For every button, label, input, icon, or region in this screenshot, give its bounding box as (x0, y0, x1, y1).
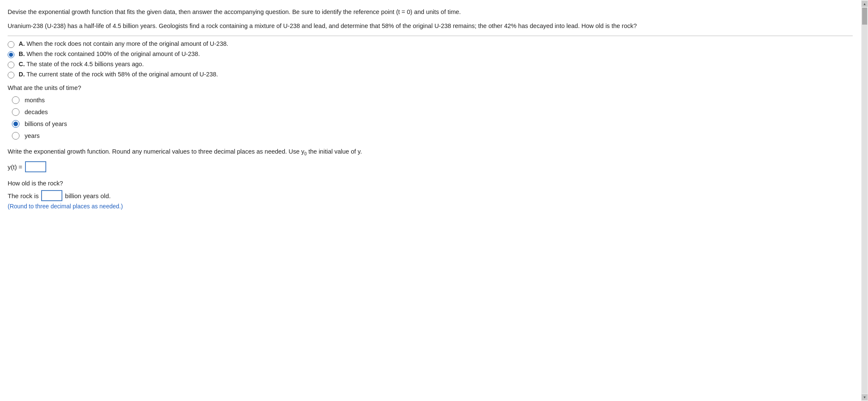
reference-question-section: A. When the rock does not contain any mo… (8, 40, 853, 79)
units-years-label: years (25, 132, 39, 139)
function-label-suffix: the initial value of y. (307, 148, 362, 155)
round-note: (Round to three decimal places as needed… (8, 203, 853, 210)
radio-c[interactable] (8, 62, 14, 68)
radio-decades[interactable] (12, 108, 20, 116)
units-months-label: months (25, 97, 45, 104)
radio-a[interactable] (8, 41, 14, 48)
option-a-text: When the rock does not contain any more … (27, 40, 229, 47)
option-c-letter: C. (19, 61, 25, 67)
age-prefix: The rock is (8, 192, 39, 199)
option-b-letter: B. (19, 50, 25, 57)
option-d-text: The current state of the rock with 58% o… (27, 71, 218, 78)
scroll-thumb[interactable] (862, 8, 867, 25)
units-label: What are the units of time? (8, 84, 853, 91)
page-container: Devise the exponential growth function t… (0, 0, 868, 401)
radio-d[interactable] (8, 72, 14, 79)
units-billions-label: billions of years (25, 121, 67, 127)
units-months[interactable]: months (12, 96, 853, 104)
units-billions[interactable]: billions of years (12, 120, 853, 128)
age-input-row: The rock is billion years old. (8, 190, 853, 201)
age-input[interactable] (41, 190, 62, 201)
radio-b[interactable] (8, 51, 14, 58)
intro-line1: Devise the exponential growth function t… (8, 8, 853, 17)
function-input-row: y(t) = (8, 161, 853, 172)
option-a[interactable]: A. When the rock does not contain any mo… (8, 40, 853, 48)
radio-billions[interactable] (12, 120, 20, 128)
scroll-up-arrow[interactable]: ▲ (862, 1, 868, 7)
function-label-text: Write the exponential growth function. R… (8, 148, 304, 155)
units-decades[interactable]: decades (12, 108, 853, 116)
option-a-letter: A. (19, 40, 25, 47)
main-content: Devise the exponential growth function t… (0, 0, 861, 401)
function-input[interactable] (25, 161, 46, 172)
age-suffix: billion years old. (65, 192, 111, 199)
units-options: months decades billions of years years (12, 96, 853, 140)
scroll-down-arrow[interactable]: ▼ (862, 394, 868, 400)
option-d[interactable]: D. The current state of the rock with 58… (8, 71, 853, 79)
function-prefix: y(t) = (8, 163, 22, 171)
option-b[interactable]: B. When the rock contained 100% of the o… (8, 50, 853, 58)
option-c[interactable]: C. The state of the rock 4.5 billions ye… (8, 61, 853, 68)
problem-text: Uranium-238 (U-238) has a half-life of 4… (8, 21, 853, 31)
option-c-text: The state of the rock 4.5 billions years… (27, 61, 144, 67)
radio-months[interactable] (12, 96, 20, 104)
option-b-text: When the rock contained 100% of the orig… (27, 50, 200, 57)
divider (8, 36, 853, 36)
age-question-label: How old is the rock? (8, 180, 853, 187)
radio-years[interactable] (12, 132, 20, 140)
scrollbar[interactable]: ▲ ▼ (861, 0, 868, 401)
age-section: How old is the rock? The rock is billion… (8, 180, 853, 210)
function-section: Write the exponential growth function. R… (8, 147, 853, 172)
option-d-letter: D. (19, 71, 25, 78)
function-label: Write the exponential growth function. R… (8, 147, 853, 157)
units-years[interactable]: years (12, 132, 853, 140)
scroll-track[interactable] (862, 8, 867, 393)
units-section: What are the units of time? months decad… (8, 84, 853, 140)
units-decades-label: decades (25, 109, 48, 115)
